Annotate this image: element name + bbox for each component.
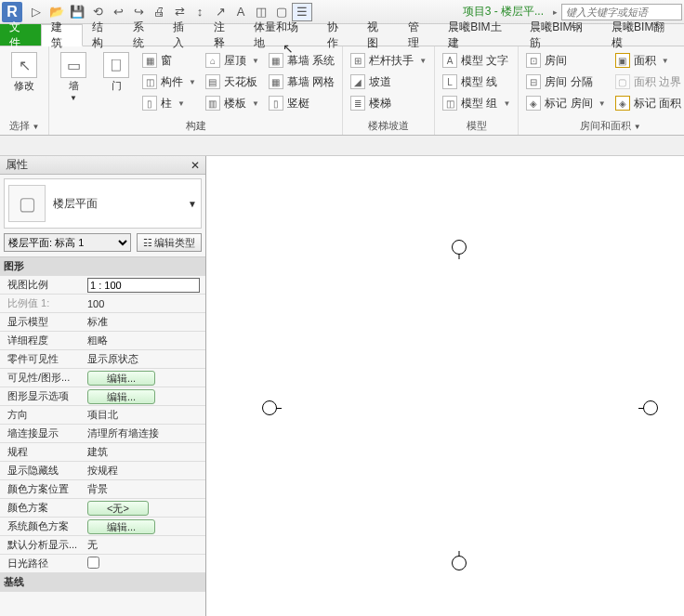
prop-value[interactable]: 编辑... xyxy=(84,389,205,404)
tag-area-button[interactable]: ◈标记 面积▼ xyxy=(612,93,684,113)
elevation-marker-west[interactable] xyxy=(262,400,277,415)
prop-value[interactable]: 背景 xyxy=(84,482,205,496)
qat-sync-icon[interactable]: ⟲ xyxy=(87,3,108,21)
component-button[interactable]: ◫构件▼ xyxy=(138,72,200,92)
prop-value[interactable]: 编辑... xyxy=(84,371,205,386)
model-text-button[interactable]: A模型 文字 xyxy=(439,50,514,71)
type-selector[interactable]: ▢ 楼层平面 ▼ xyxy=(4,178,202,229)
model-group-button[interactable]: ◫模型 组▼ xyxy=(439,93,514,113)
window-button[interactable]: ▦窗 xyxy=(138,50,200,71)
ramp-button[interactable]: ◢坡道 xyxy=(347,72,430,92)
modify-button[interactable]: ↖ 修改 xyxy=(4,48,45,118)
tab-systems[interactable]: 系统 xyxy=(124,24,164,46)
prop-value[interactable]: 粗略 xyxy=(84,334,205,347)
prop-edit-button[interactable]: 编辑... xyxy=(87,519,155,534)
door-button[interactable]: ⎕ 门 xyxy=(96,48,137,118)
tab-massing[interactable]: 体量和场地 xyxy=(244,24,318,46)
qat-open2-icon[interactable]: 📂 xyxy=(46,3,67,21)
prop-row: 比例值 1:100 xyxy=(0,295,205,313)
curtain-system-button[interactable]: ▦幕墙 系统 xyxy=(265,50,338,71)
close-icon[interactable]: ✕ xyxy=(191,159,200,172)
type-dropdown-icon[interactable]: ▼ xyxy=(188,199,197,209)
stair-icon: ≣ xyxy=(350,96,365,111)
prop-value[interactable]: 标准 xyxy=(84,315,205,329)
room-sep-button[interactable]: ⊟房间 分隔 xyxy=(522,72,609,92)
help-search-input[interactable] xyxy=(561,4,682,20)
prop-key: 日光路径 xyxy=(0,557,84,570)
stair-button[interactable]: ≣楼梯 xyxy=(347,93,430,113)
curtain-grid-button[interactable]: ▦幕墙 网格 xyxy=(265,72,338,92)
wall-button[interactable]: ▭ 墙▼ xyxy=(53,48,94,118)
prop-key: 零件可见性 xyxy=(0,352,84,366)
tab-structure[interactable]: 结构 xyxy=(83,24,124,46)
doc-dropdown-icon[interactable]: ▸ xyxy=(553,7,558,17)
drawing-canvas[interactable] xyxy=(206,156,684,616)
prop-checkbox[interactable] xyxy=(87,557,99,569)
group-label-stair: 楼梯坡道 xyxy=(347,118,430,135)
ceiling-icon: ▤ xyxy=(205,74,220,89)
tab-file[interactable]: 文件 xyxy=(0,24,41,46)
room-icon: ⊡ xyxy=(526,53,541,68)
qat-save-icon[interactable]: 💾 xyxy=(67,3,87,21)
prop-value[interactable] xyxy=(84,557,205,570)
tab-annotate[interactable]: 注释 xyxy=(204,24,245,46)
tab-insert[interactable]: 插入 xyxy=(164,24,204,46)
prop-value[interactable]: 编辑... xyxy=(84,519,205,534)
column-button[interactable]: ▯柱▼ xyxy=(138,93,200,113)
prop-value[interactable]: 项目北 xyxy=(84,408,205,422)
tab-collaborate[interactable]: 协作 xyxy=(318,24,359,46)
qat-text-icon[interactable]: A xyxy=(230,3,251,21)
prop-key: 图形显示选项 xyxy=(0,389,84,403)
qat-redo-icon[interactable]: ↪ xyxy=(128,3,149,21)
model-line-button[interactable]: L模型 线 xyxy=(439,72,514,92)
qat-panel-icon[interactable]: ☰ xyxy=(292,3,312,21)
tab-view[interactable]: 视图 xyxy=(358,24,399,46)
ribbon-group-room-area: ⊡房间 ⊟房间 分隔 ◈标记 房间▼ ▣面积▼ ▢面积 边界 ◈标记 面积▼ 房… xyxy=(519,46,684,135)
railing-button[interactable]: ⊞栏杆扶手▼ xyxy=(347,50,430,71)
mullion-icon: ▯ xyxy=(269,96,283,111)
roof-button[interactable]: ⌂屋顶▼ xyxy=(202,50,263,71)
prop-edit-button[interactable]: 编辑... xyxy=(87,371,155,386)
prop-value[interactable]: 建筑 xyxy=(84,445,205,459)
prop-value[interactable] xyxy=(84,278,205,293)
elevation-marker-south[interactable] xyxy=(452,556,467,570)
qat-dim-icon[interactable]: ↕ xyxy=(190,3,210,21)
prop-value[interactable]: 按规程 xyxy=(84,464,205,478)
qat-align-icon[interactable]: ↗ xyxy=(210,3,230,21)
prop-value[interactable]: 清理所有墙连接 xyxy=(84,426,205,440)
instance-selector[interactable]: 楼层平面: 标高 1 xyxy=(4,233,131,252)
tab-bim-model[interactable]: 晨曦BIM翻模 xyxy=(602,24,684,46)
area-button[interactable]: ▣面积▼ xyxy=(612,50,684,71)
prop-row: 图形显示选项编辑... xyxy=(0,387,205,406)
tab-architecture[interactable]: 建筑 xyxy=(41,24,84,46)
prop-value[interactable]: 显示原状态 xyxy=(84,352,205,366)
curtain-sys-icon: ▦ xyxy=(269,53,283,68)
qat-measure-icon[interactable]: ⇄ xyxy=(169,3,190,21)
qat-section-icon[interactable]: ▢ xyxy=(271,3,292,21)
prop-value[interactable]: <无> xyxy=(84,501,205,516)
elevation-marker-east[interactable] xyxy=(643,400,658,415)
ceiling-button[interactable]: ▤天花板 xyxy=(202,72,263,92)
qat-3d-icon[interactable]: ◫ xyxy=(251,3,271,21)
tab-manage[interactable]: 管理 xyxy=(399,24,440,46)
room-button[interactable]: ⊡房间 xyxy=(522,50,609,71)
qat-print-icon[interactable]: 🖨 xyxy=(149,3,169,21)
prop-edit-button[interactable]: <无> xyxy=(87,501,149,516)
elevation-marker-north[interactable] xyxy=(452,240,467,255)
floor-button[interactable]: ▥楼板▼ xyxy=(202,93,263,113)
edit-type-button[interactable]: ☷编辑类型 xyxy=(137,233,202,252)
prop-value[interactable]: 无 xyxy=(84,538,205,552)
tag-room-button[interactable]: ◈标记 房间▼ xyxy=(522,93,609,113)
prop-edit-button[interactable]: 编辑... xyxy=(87,389,155,404)
mullion-button[interactable]: ▯竖梃 xyxy=(265,93,338,113)
area-bound-icon: ▢ xyxy=(615,74,630,89)
prop-input[interactable] xyxy=(87,278,200,293)
ramp-icon: ◢ xyxy=(350,74,365,89)
area-bound-button[interactable]: ▢面积 边界 xyxy=(612,72,684,92)
group-label-build: 构建 xyxy=(53,118,338,135)
prop-value[interactable]: 100 xyxy=(84,298,205,309)
qat-open-icon[interactable]: ▷ xyxy=(26,3,46,21)
tab-bim-arch[interactable]: 晨曦BIM土建 xyxy=(439,24,520,46)
qat-undo-icon[interactable]: ↩ xyxy=(108,3,128,21)
tab-bim-rebar[interactable]: 晨曦BIM钢筋 xyxy=(520,24,602,46)
